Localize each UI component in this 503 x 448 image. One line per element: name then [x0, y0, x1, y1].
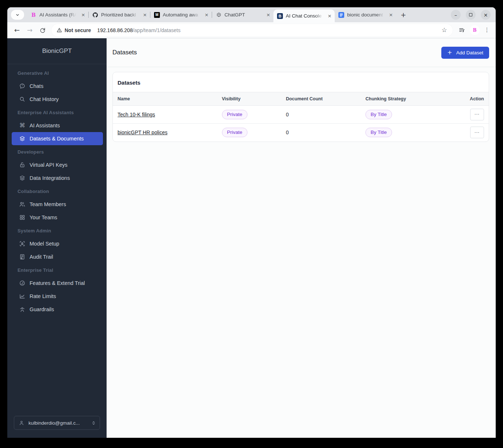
- tab-ai-chat-console-active[interactable]: B AI Chat Console ×: [273, 9, 335, 22]
- chunking-strategy-badge: By Title: [365, 110, 392, 119]
- url-path: /app/team/1/datasets: [133, 27, 181, 33]
- sidebar-item-ai-assistants[interactable]: ⌘ AI Assistants: [12, 119, 103, 132]
- sidebar-spacer: [7, 316, 107, 416]
- tab-chatgpt[interactable]: ChatGPT ×: [212, 7, 273, 22]
- add-dataset-button[interactable]: + Add Dataset: [441, 47, 489, 59]
- tab-prioritized-backlog[interactable]: Prioritized backl ×: [89, 7, 150, 22]
- browser-menu-button[interactable]: ⋮: [482, 25, 492, 35]
- page-content: Datasets Name Visibility Document Count …: [107, 67, 496, 142]
- close-icon[interactable]: ×: [326, 13, 333, 19]
- sidebar-item-label: Your Teams: [30, 215, 57, 220]
- window-controls: – ×: [451, 10, 494, 20]
- sidebar-item-label: Model Setup: [30, 241, 59, 247]
- sidebar-item-label: Data Integrations: [30, 175, 70, 181]
- close-icon[interactable]: ×: [142, 12, 148, 18]
- chart-icon: [19, 293, 26, 300]
- sidebar-item-datasets-documents[interactable]: Datasets & Documents: [12, 132, 103, 145]
- svg-text:?: ?: [22, 84, 23, 87]
- chunking-strategy-badge: By Title: [365, 128, 392, 137]
- sidebar-item-label: Chats: [30, 83, 43, 89]
- forward-button[interactable]: →: [24, 24, 36, 36]
- address-bar[interactable]: Not secure 192.168.86.208/app/team/1/dat…: [51, 24, 453, 36]
- tab-title: bionic document: [347, 12, 385, 18]
- sidebar-item-features-extend-trial[interactable]: Features & Extend Trial: [12, 277, 103, 290]
- reload-icon: [39, 27, 46, 33]
- section-generative-ai: Generative AI: [7, 66, 107, 80]
- bionicgpt-b-icon: B: [31, 12, 37, 18]
- sidebar-item-rate-limits[interactable]: Rate Limits: [12, 290, 103, 303]
- tab-ai-assistants[interactable]: B AI Assistants (RA ×: [27, 7, 88, 22]
- sidebar-item-virtual-api-keys[interactable]: Virtual API Keys: [12, 158, 103, 171]
- gauge-icon: [19, 280, 26, 286]
- sidebar-item-label: Rate Limits: [30, 293, 56, 299]
- section-system-admin: System Admin: [7, 224, 107, 237]
- sidebar-item-data-integrations[interactable]: Data Integrations: [12, 171, 103, 185]
- command-icon: ⌘: [19, 123, 26, 128]
- sidebar-item-audit-trail[interactable]: Audit Trail: [12, 250, 103, 263]
- page-title: Datasets: [112, 49, 137, 56]
- close-window-button[interactable]: ×: [481, 10, 491, 20]
- close-icon[interactable]: ×: [203, 12, 210, 18]
- maximize-icon: [469, 13, 472, 16]
- table-header-row: Name Visibility Document Count Chunking …: [113, 92, 489, 106]
- sidebar-item-team-members[interactable]: Team Members: [12, 198, 103, 211]
- media-queue-icon: [458, 27, 465, 34]
- tab-strip: B AI Assistants (RA × Prioritized backl …: [7, 7, 496, 22]
- user-icon: [19, 420, 24, 426]
- new-tab-button[interactable]: +: [398, 10, 408, 20]
- lock-open-icon: [19, 162, 26, 168]
- url-text: 192.168.86.208/app/team/1/datasets: [97, 27, 180, 33]
- column-header-action: Action: [465, 92, 489, 106]
- tab-bionic-document[interactable]: bionic document ×: [335, 7, 396, 22]
- close-icon[interactable]: ×: [388, 12, 394, 18]
- chevron-down-icon: [15, 13, 20, 17]
- sidebar-item-your-teams[interactable]: Your Teams: [12, 211, 103, 224]
- layers-icon: [19, 175, 26, 181]
- dataset-link[interactable]: Tech 10-K filings: [118, 112, 155, 117]
- reload-button[interactable]: [37, 24, 49, 36]
- layers-icon: [19, 135, 26, 142]
- sidebar-item-label: Virtual API Keys: [30, 162, 68, 168]
- reading-list-button[interactable]: [456, 24, 468, 36]
- tab-search-button[interactable]: [11, 10, 24, 20]
- section-enterprise-ai: Enterprise AI Assistants: [7, 106, 107, 119]
- column-header-name: Name: [113, 92, 217, 106]
- scan-user-icon: [19, 240, 26, 247]
- tab-title: Automating awa: [163, 12, 200, 18]
- table-row: bionicGPT HR polices Private 0 By Title …: [113, 124, 489, 142]
- close-icon[interactable]: ×: [265, 12, 272, 18]
- user-account-select[interactable]: kulbinderdio@gmail.c...: [14, 416, 100, 430]
- close-icon[interactable]: ×: [80, 12, 87, 18]
- warning-icon: [57, 27, 62, 33]
- document-user-icon: [19, 254, 26, 260]
- datasets-table: Name Visibility Document Count Chunking …: [113, 92, 489, 142]
- bookmark-star-button[interactable]: ☆: [439, 25, 450, 36]
- sidebar-item-label: AI Assistants: [30, 123, 60, 128]
- chatgpt-icon: [216, 12, 222, 18]
- minimize-button[interactable]: –: [451, 10, 461, 20]
- column-header-chunking-strategy: Chunking Strategy: [361, 92, 465, 106]
- add-dataset-label: Add Dataset: [456, 50, 483, 55]
- tab-automating[interactable]: M Automating awa ×: [150, 7, 212, 22]
- browser-toolbar: ← → Not secure 192.168.86.208/app/team/1…: [7, 22, 496, 38]
- tab-title: Prioritized backl: [101, 12, 139, 18]
- sidebar-item-chat-history[interactable]: Chat History: [12, 93, 103, 106]
- sidebar-item-label: Features & Extend Trial: [30, 280, 85, 286]
- search-icon: [19, 96, 26, 103]
- row-actions-button[interactable]: ...: [470, 109, 484, 120]
- sidebar-item-chats[interactable]: ? Chats: [12, 80, 103, 93]
- back-button[interactable]: ←: [11, 24, 23, 36]
- github-icon: [92, 12, 98, 18]
- row-actions-button[interactable]: ...: [470, 127, 484, 138]
- users-icon: [19, 201, 26, 208]
- dataset-link[interactable]: bionicGPT HR polices: [118, 130, 168, 135]
- sidebar-item-guardrails[interactable]: Guardrails: [12, 303, 103, 316]
- medium-icon: M: [154, 12, 160, 18]
- tab-title: AI Chat Console: [286, 13, 323, 19]
- maximize-button[interactable]: [466, 10, 476, 20]
- extension-bionic-icon[interactable]: B: [470, 25, 480, 35]
- sidebar-item-model-setup[interactable]: Model Setup: [12, 237, 103, 250]
- column-header-document-count: Document Count: [281, 92, 361, 106]
- document-count: 0: [286, 130, 289, 135]
- sidebar-item-label: Chat History: [30, 96, 59, 102]
